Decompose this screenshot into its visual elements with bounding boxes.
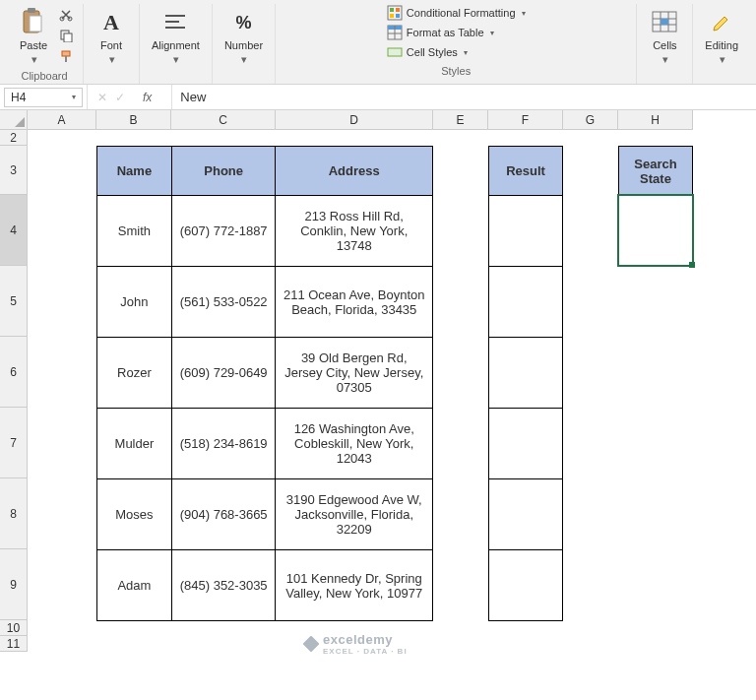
editing-icon — [706, 6, 737, 37]
row-header-9[interactable]: 9 — [0, 549, 28, 620]
row-header-3[interactable]: 3 — [0, 146, 28, 195]
cell-name[interactable]: Smith — [97, 196, 172, 267]
svg-rect-15 — [390, 14, 394, 18]
svg-rect-27 — [661, 19, 668, 25]
row-header-11[interactable]: 11 — [0, 636, 28, 652]
cell-phone[interactable]: (561) 533-0522 — [171, 267, 276, 338]
watermark-icon — [303, 636, 319, 652]
cells-label: Cells — [653, 39, 676, 51]
conditional-formatting-button[interactable]: Conditional Formatting▾ — [385, 4, 528, 22]
cut-icon[interactable] — [57, 6, 75, 24]
svg-rect-8 — [65, 56, 67, 62]
result-cell[interactable] — [489, 550, 563, 621]
table-row: Rozer(609) 729-064939 Old Bergen Rd, Jer… — [97, 338, 433, 409]
number-button[interactable]: % Number ▾ — [220, 4, 267, 68]
cell-phone[interactable]: (904) 768-3665 — [171, 479, 276, 550]
row-header-8[interactable]: 8 — [0, 478, 28, 549]
table-row: Adam(845) 352-3035101 Kennedy Dr, Spring… — [97, 550, 433, 621]
group-font: A Font ▾ — [84, 4, 140, 84]
alignment-icon — [159, 6, 191, 37]
col-header-A[interactable]: A — [28, 110, 96, 130]
result-cell[interactable] — [489, 267, 563, 338]
cell-address[interactable]: 126 Washington Ave, Cobleskill, New York… — [276, 409, 433, 479]
row-header-5[interactable]: 5 — [0, 266, 28, 337]
group-alignment: Alignment ▾ — [140, 4, 213, 84]
cell-address[interactable]: 101 Kennedy Dr, Spring Valley, New York,… — [276, 550, 433, 621]
cell-address[interactable]: 211 Ocean Ave, Boynton Beach, Florida, 3… — [276, 267, 433, 338]
svg-rect-2 — [30, 16, 41, 32]
header-search[interactable]: Search State — [619, 147, 693, 196]
col-header-E[interactable]: E — [433, 110, 488, 130]
format-as-table-button[interactable]: Format as Table▾ — [385, 24, 496, 41]
col-header-C[interactable]: C — [171, 110, 276, 130]
cell-address[interactable]: 213 Ross Hill Rd, Conklin, New York, 137… — [276, 196, 433, 267]
search-value-cell[interactable]: New — [619, 196, 693, 267]
editing-label: Editing — [705, 39, 738, 51]
cell-phone[interactable]: (609) 729-0649 — [171, 338, 276, 409]
check-icon[interactable]: ✓ — [115, 91, 125, 104]
fx-icon[interactable]: fx — [133, 91, 161, 104]
result-cell[interactable] — [489, 409, 563, 479]
chevron-down-icon: ▾ — [720, 53, 725, 66]
styles-label: Styles — [441, 65, 471, 77]
cell-name[interactable]: Mulder — [97, 409, 172, 479]
row-header-4[interactable]: 4 — [0, 195, 28, 266]
number-label: Number — [224, 39, 263, 51]
group-number: % Number ▾ — [213, 4, 276, 84]
select-all-corner[interactable] — [0, 110, 28, 130]
chevron-down-icon: ▾ — [173, 53, 179, 66]
col-header-B[interactable]: B — [96, 110, 171, 130]
cell-address[interactable]: 39 Old Bergen Rd, Jersey City, New Jerse… — [276, 338, 433, 409]
col-header-G[interactable]: G — [563, 110, 618, 130]
header-result[interactable]: Result — [489, 147, 563, 196]
cell-styles-button[interactable]: Cell Styles▾ — [385, 43, 470, 61]
alignment-label: Alignment — [152, 39, 200, 51]
svg-rect-1 — [28, 8, 35, 13]
col-header-H[interactable]: H — [618, 110, 693, 130]
paste-button[interactable]: Paste ▾ — [14, 4, 53, 68]
paste-label: Paste — [20, 39, 47, 51]
cell-name[interactable]: Adam — [97, 550, 172, 621]
svg-rect-28 — [303, 636, 319, 652]
table-row: Mulder(518) 234-8619126 Washington Ave, … — [97, 409, 433, 479]
chevron-down-icon: ▾ — [662, 53, 668, 66]
table-row: Moses(904) 768-36653190 Edgewood Ave W, … — [97, 479, 433, 550]
copy-icon[interactable] — [57, 27, 75, 44]
format-painter-icon[interactable] — [57, 47, 75, 65]
result-cell[interactable] — [489, 338, 563, 409]
editing-button[interactable]: Editing ▾ — [701, 4, 742, 68]
alignment-button[interactable]: Alignment ▾ — [148, 4, 204, 68]
row-header-10[interactable]: 10 — [0, 620, 28, 636]
conditional-formatting-icon — [387, 5, 403, 21]
row-header-2[interactable]: 2 — [0, 130, 28, 146]
cells-button[interactable]: Cells ▾ — [645, 4, 684, 68]
result-cell[interactable] — [489, 196, 563, 267]
col-header-D[interactable]: D — [276, 110, 433, 130]
cell-phone[interactable]: (518) 234-8619 — [171, 409, 276, 479]
header-name[interactable]: Name — [97, 147, 172, 196]
name-box[interactable]: H4 ▾ — [4, 88, 83, 107]
header-phone[interactable]: Phone — [171, 147, 276, 196]
formula-bar: H4 ▾ ✕ ✓ fx New — [0, 85, 756, 110]
cell-phone[interactable]: (845) 352-3035 — [171, 550, 276, 621]
data-table: Name Phone Address Smith(607) 772-188721… — [96, 146, 433, 621]
group-cells: Cells ▾ — [637, 4, 693, 84]
format-as-table-icon — [387, 25, 403, 40]
cell-name[interactable]: Rozer — [97, 338, 172, 409]
svg-rect-16 — [396, 14, 400, 18]
result-cell[interactable] — [489, 479, 563, 550]
row-header-7[interactable]: 7 — [0, 408, 28, 478]
cancel-icon[interactable]: ✕ — [97, 91, 107, 104]
formula-input[interactable]: New — [172, 88, 756, 106]
cell-phone[interactable]: (607) 772-1887 — [171, 196, 276, 267]
cell-name[interactable]: Moses — [97, 479, 172, 550]
cell-address[interactable]: 3190 Edgewood Ave W, Jacksonville, Flori… — [276, 479, 433, 550]
number-icon: % — [227, 6, 259, 37]
row-header-6[interactable]: 6 — [0, 337, 28, 408]
clipboard-label: Clipboard — [21, 70, 67, 82]
col-header-F[interactable]: F — [488, 110, 563, 130]
group-styles: Conditional Formatting▾ Format as Table▾… — [276, 4, 637, 84]
font-button[interactable]: A Font ▾ — [92, 4, 131, 68]
cell-name[interactable]: John — [97, 267, 172, 338]
header-address[interactable]: Address — [276, 147, 433, 196]
